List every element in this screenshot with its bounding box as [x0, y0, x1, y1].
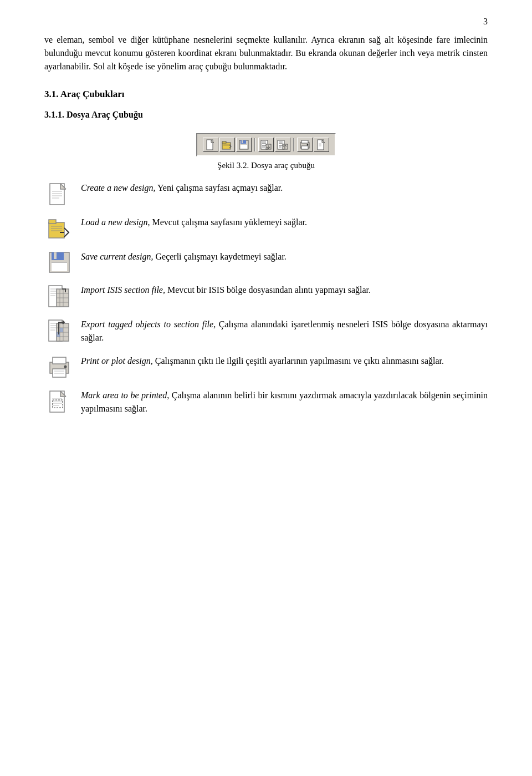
svg-rect-9 [241, 145, 247, 149]
svg-rect-72 [60, 328, 63, 332]
item-text-export: Export tagged objects to section file, Ç… [81, 318, 488, 344]
section-31-label: 3.1. [44, 89, 59, 99]
toolbar-btn-mark [314, 138, 329, 152]
item-row-new: Create a new design, Yeni çalışma sayfas… [44, 181, 488, 206]
item-normal-save: Geçerli çalışmayı kaydetmeyi sağlar. [153, 252, 286, 261]
toolbar-btn-export [275, 138, 290, 152]
toolbar-btn-print [297, 138, 313, 152]
svg-rect-75 [53, 357, 66, 364]
svg-rect-46 [52, 252, 64, 260]
item-text-new: Create a new design, Yeni çalışma sayfas… [81, 181, 488, 195]
item-row-mark: Mark area to be printed, Çalışma alanını… [44, 389, 488, 415]
load-doc-icon [44, 217, 74, 240]
toolbar-btn-new [203, 138, 218, 152]
section-311-label: 3.1.1. [44, 110, 64, 119]
figure-caption-prefix: Şekil 3.2. [217, 161, 249, 170]
toolbar-btn-open [219, 138, 235, 152]
toolbar-btn-import [258, 138, 274, 152]
section-31-heading: 3.1. Araç Çubukları [44, 89, 488, 100]
item-row-export: Export tagged objects to section file, Ç… [44, 318, 488, 344]
svg-rect-8 [242, 140, 243, 143]
svg-rect-7 [241, 140, 246, 144]
item-normal-load: Mevcut çalışma sayfasını yüklemeyi sağla… [150, 217, 306, 227]
toolbar-separator-1 [254, 138, 255, 151]
item-text-load: Load a new design, Mevcut çalışma sayfas… [81, 216, 488, 229]
toolbar-image [196, 133, 336, 156]
item-row-save: Save current design, Geçerli çalışmayı k… [44, 250, 488, 273]
mark-area-icon [44, 390, 74, 413]
item-text-mark: Mark area to be printed, Çalışma alanını… [81, 389, 488, 415]
item-italic-import: Import ISIS section file, [81, 285, 165, 295]
toolbar-btn-save [236, 138, 252, 152]
item-row-load: Load a new design, Mevcut çalışma sayfas… [44, 216, 488, 240]
svg-rect-39 [49, 222, 64, 238]
item-normal-print: Çalışmanın çıktı ile ilgili çeşitli ayar… [153, 356, 444, 366]
item-text-import: Import ISIS section file, Mevcut bir ISI… [81, 283, 488, 297]
toolbar-image-container [44, 133, 488, 156]
page-number: 3 [483, 17, 488, 27]
toolbar-separator-2 [293, 138, 294, 151]
item-italic-save: Save current design, [81, 252, 153, 261]
item-normal-import: Mevcut bir ISIS bölge dosyasından alıntı… [165, 285, 371, 295]
item-row-print: Print or plot design, Çalışmanın çıktı i… [44, 354, 488, 379]
svg-rect-40 [49, 220, 56, 224]
page: 3 ve eleman, sembol ve diğer kütüphane n… [0, 0, 532, 459]
section-311-heading: 3.1.1. Dosya Araç Çubuğu [44, 110, 488, 120]
import-icon [44, 285, 74, 308]
section-311-title: Dosya Araç Çubuğu [66, 110, 143, 119]
export-icon [44, 319, 74, 342]
svg-rect-47 [54, 252, 57, 259]
svg-rect-48 [52, 262, 67, 271]
svg-rect-3 [222, 141, 226, 143]
svg-point-27 [307, 144, 309, 146]
item-italic-print: Print or plot design, [81, 356, 153, 366]
save-doc-icon [44, 251, 74, 273]
svg-rect-2 [222, 143, 231, 149]
figure-caption: Şekil 3.2. Dosya araç çubuğu [44, 161, 488, 170]
item-text-print: Print or plot design, Çalışmanın çıktı i… [81, 354, 488, 368]
svg-point-79 [64, 366, 67, 368]
item-italic-mark: Mark area to be printed, [81, 390, 169, 400]
new-doc-icon [44, 182, 74, 206]
intro-paragraph: ve eleman, sembol ve diğer kütüphane nes… [44, 33, 488, 73]
svg-rect-26 [301, 146, 308, 149]
item-normal-new: Yeni çalışma sayfası açmayı sağlar. [156, 183, 283, 192]
item-italic-new: Create a new design, [81, 183, 156, 192]
item-row-import: Import ISIS section file, Mevcut bir ISI… [44, 283, 488, 308]
item-italic-load: Load a new design, [81, 217, 150, 227]
item-text-save: Save current design, Geçerli çalışmayı k… [81, 250, 488, 263]
item-italic-export: Export tagged objects to section file, [81, 319, 216, 329]
svg-rect-25 [301, 140, 308, 143]
print-icon [44, 356, 74, 379]
